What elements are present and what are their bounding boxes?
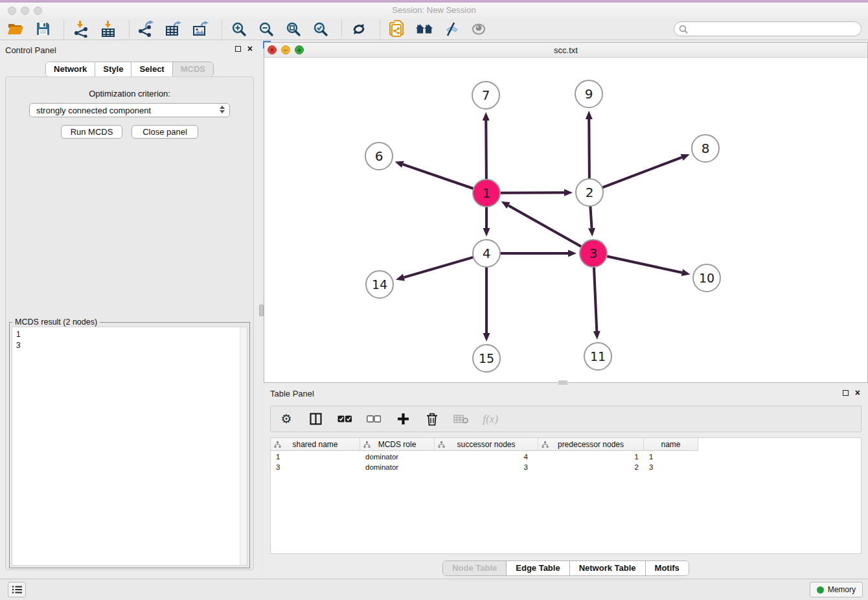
- cell-shared-name[interactable]: 1: [271, 452, 360, 462]
- graph-node-6[interactable]: 6: [365, 143, 393, 170]
- zoom-selected-icon[interactable]: [312, 20, 330, 38]
- graph-node-4[interactable]: 4: [473, 240, 500, 267]
- graph-edge-3-1[interactable]: [508, 205, 582, 247]
- criterion-dropdown[interactable]: strongly connected component: [29, 103, 230, 117]
- dropdown-stepper-icon: [220, 106, 225, 113]
- tab-edge-table[interactable]: Edge Table: [507, 561, 569, 575]
- graph-edge-2-3[interactable]: [590, 205, 591, 228]
- graph-edge-4-14[interactable]: [404, 257, 474, 278]
- table-row[interactable]: 3dominator323: [271, 462, 861, 472]
- show-columns-icon[interactable]: [308, 411, 323, 427]
- export-network-icon[interactable]: [137, 20, 155, 38]
- graph-edge-2-8[interactable]: [602, 157, 682, 188]
- svg-text:11: 11: [590, 349, 606, 363]
- graph-node-8[interactable]: 8: [692, 135, 719, 162]
- deselect-all-rows-icon[interactable]: [366, 411, 382, 427]
- graph-arrowhead-3-10: [681, 269, 691, 276]
- memory-button[interactable]: Memory: [810, 582, 863, 597]
- splitter-grip[interactable]: [558, 380, 567, 385]
- graph-edge-1-7[interactable]: [486, 121, 486, 180]
- graph-edge-3-11[interactable]: [594, 266, 597, 331]
- network-canvas[interactable]: 1234678910111415: [264, 58, 867, 382]
- tab-mcds[interactable]: MCDS: [173, 62, 213, 76]
- graph-edge-1-2[interactable]: [499, 192, 564, 193]
- show-panels-icon[interactable]: [470, 20, 488, 38]
- import-network-icon[interactable]: [72, 20, 90, 38]
- import-table-icon[interactable]: [99, 20, 117, 38]
- delete-table-icon[interactable]: [453, 411, 469, 427]
- graph-node-15[interactable]: 15: [473, 345, 500, 372]
- graph-node-2[interactable]: 2: [576, 179, 603, 206]
- delete-row-icon[interactable]: [424, 411, 440, 427]
- tab-motifs[interactable]: Motifs: [646, 561, 689, 575]
- column-header-successor-nodes[interactable]: successor nodes: [435, 438, 538, 451]
- splitter-grip[interactable]: [259, 305, 264, 316]
- result-line: 1: [16, 329, 243, 340]
- close-panel-icon[interactable]: ×: [247, 45, 253, 52]
- float-panel-icon[interactable]: [843, 390, 849, 396]
- tab-style[interactable]: Style: [95, 62, 131, 76]
- cell-MCDS-role[interactable]: dominator: [360, 462, 435, 472]
- open-session-icon[interactable]: [6, 20, 25, 38]
- cell-name[interactable]: 3: [644, 462, 698, 472]
- tab-node-table[interactable]: Node Table: [443, 561, 507, 575]
- close-panel-icon[interactable]: ×: [855, 389, 860, 396]
- node-table[interactable]: shared nameMCDS rolesuccessor nodesprede…: [270, 437, 862, 554]
- cell-predecessor-nodes[interactable]: 2: [538, 462, 644, 472]
- cell-MCDS-role[interactable]: dominator: [360, 452, 435, 462]
- graph-edge-3-10[interactable]: [606, 256, 682, 272]
- home-icon[interactable]: [415, 20, 433, 38]
- graph-node-1[interactable]: 1: [473, 179, 500, 207]
- graph-node-11[interactable]: 11: [584, 343, 611, 370]
- graph-node-14[interactable]: 14: [366, 271, 393, 298]
- zoom-in-icon[interactable]: [230, 20, 248, 38]
- run-mcds-button[interactable]: Run MCDS: [61, 125, 122, 139]
- svg-text:6: 6: [375, 148, 383, 164]
- column-header-predecessor-nodes[interactable]: predecessor nodes: [538, 438, 644, 451]
- graph-arrowhead-1-4: [483, 228, 490, 237]
- graph-node-10[interactable]: 10: [693, 264, 720, 292]
- tab-network-table[interactable]: Network Table: [570, 561, 646, 575]
- graph-node-3[interactable]: 3: [580, 240, 607, 267]
- duplicate-network-icon[interactable]: [388, 20, 406, 38]
- search-field[interactable]: [674, 21, 862, 36]
- table-row[interactable]: 1dominator411: [271, 452, 861, 462]
- mcds-result-textarea[interactable]: 13: [12, 327, 247, 566]
- cell-name[interactable]: 1: [644, 452, 698, 462]
- vertical-splitter[interactable]: [259, 40, 264, 579]
- save-session-icon[interactable]: [34, 20, 52, 38]
- column-header-MCDS-role[interactable]: MCDS role: [360, 438, 435, 451]
- result-scrollbar[interactable]: [240, 327, 247, 565]
- graph-node-7[interactable]: 7: [472, 82, 499, 109]
- function-builder-icon[interactable]: f(x): [483, 411, 498, 427]
- cell-successor-nodes[interactable]: 3: [435, 462, 538, 472]
- network-graph[interactable]: 1234678910111415: [264, 58, 867, 382]
- task-history-button[interactable]: [8, 582, 26, 597]
- tab-select[interactable]: Select: [131, 62, 172, 76]
- cell-predecessor-nodes[interactable]: 1: [538, 452, 644, 462]
- export-image-icon[interactable]: [192, 20, 210, 38]
- control-panel: Control Panel × NetworkStyleSelectMCDS O…: [0, 40, 259, 579]
- settings-gear-icon[interactable]: ⚙: [279, 411, 294, 427]
- cell-shared-name[interactable]: 3: [271, 462, 360, 472]
- tab-network[interactable]: Network: [46, 62, 95, 76]
- zoom-fit-icon[interactable]: [284, 20, 303, 38]
- close-panel-button[interactable]: Close panel: [131, 125, 198, 139]
- add-row-icon[interactable]: [395, 411, 411, 427]
- hide-panels-icon[interactable]: [442, 20, 461, 38]
- column-header-name[interactable]: name: [644, 438, 698, 451]
- export-table-icon[interactable]: [165, 20, 183, 38]
- search-input[interactable]: [691, 23, 861, 35]
- select-all-rows-icon[interactable]: [337, 411, 352, 427]
- graph-edge-2-9[interactable]: [589, 119, 589, 179]
- graph-arrowhead-2-8: [681, 154, 690, 161]
- graph-edge-1-6[interactable]: [403, 165, 474, 189]
- svg-text:9: 9: [585, 86, 593, 102]
- graph-node-9[interactable]: 9: [575, 80, 602, 108]
- zoom-out-icon[interactable]: [257, 20, 275, 38]
- float-panel-icon[interactable]: [235, 46, 241, 52]
- cell-successor-nodes[interactable]: 4: [435, 452, 538, 462]
- column-header-shared-name[interactable]: shared name: [271, 438, 360, 451]
- network-frame-titlebar[interactable]: × − + scc.txt: [264, 43, 867, 58]
- refresh-icon[interactable]: [350, 20, 368, 38]
